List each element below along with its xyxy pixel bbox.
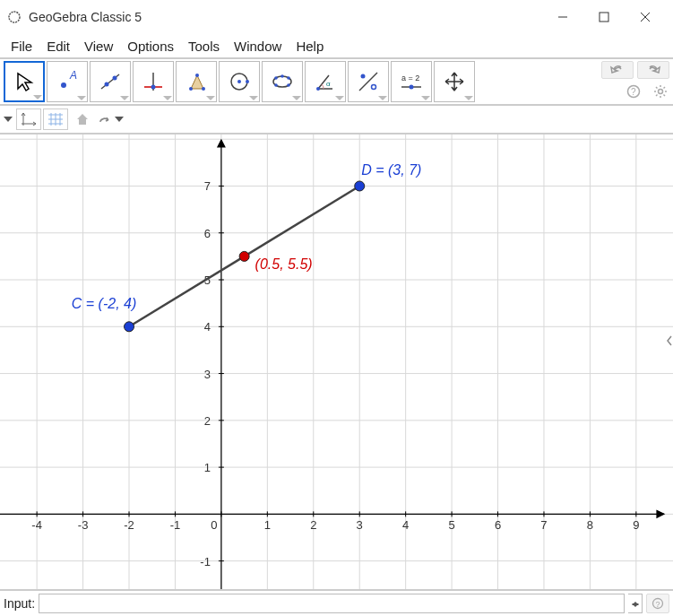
svg-point-0 [9, 12, 20, 22]
input-bar: Input: ? [0, 589, 673, 616]
circle-tool[interactable] [219, 61, 260, 102]
input-help-button[interactable]: ? [646, 594, 669, 613]
svg-text:α: α [326, 80, 331, 88]
move-graphics-tool[interactable] [434, 61, 475, 102]
graphics-view-toolbar [0, 106, 673, 134]
svg-point-23 [274, 83, 278, 87]
svg-point-14 [189, 87, 193, 91]
svg-text:3: 3 [357, 518, 363, 532]
svg-text:6: 6 [204, 227, 211, 240]
menu-window[interactable]: Window [227, 35, 289, 57]
menu-tools[interactable]: Tools [181, 35, 227, 57]
svg-text:-1: -1 [170, 518, 181, 532]
window-title: GeoGebra Classic 5 [29, 10, 542, 24]
point-label-C: C = (-2, 4) [72, 296, 136, 311]
svg-marker-13 [191, 75, 203, 89]
point-midpoint[interactable] [239, 251, 249, 261]
svg-point-18 [237, 80, 241, 83]
svg-text:6: 6 [495, 518, 501, 532]
svg-point-19 [246, 80, 249, 83]
svg-text:2: 2 [204, 414, 211, 428]
settings-gear-icon[interactable] [651, 82, 669, 100]
side-panel-toggle[interactable] [666, 327, 673, 354]
reflect-tool[interactable] [348, 61, 389, 102]
point-label-D: D = (3, 7) [361, 162, 421, 178]
menu-help[interactable]: Help [289, 35, 331, 57]
point-label-midpoint: (0.5, 5.5) [255, 256, 313, 272]
angle-tool[interactable]: α [305, 61, 346, 102]
svg-point-12 [151, 85, 156, 90]
minimize-button[interactable] [542, 4, 583, 30]
redo-button[interactable] [637, 61, 669, 79]
svg-point-9 [113, 76, 117, 81]
help-icon[interactable]: ? [625, 82, 643, 100]
svg-line-7 [101, 74, 119, 89]
svg-point-21 [274, 76, 278, 80]
svg-point-8 [105, 82, 109, 87]
svg-text:?: ? [631, 87, 636, 97]
move-pointer-tool[interactable] [4, 61, 45, 102]
menu-options[interactable]: Options [120, 35, 181, 57]
grid-toggle-icon[interactable] [43, 108, 68, 130]
svg-text:7: 7 [204, 179, 211, 193]
svg-text:9: 9 [633, 518, 639, 532]
svg-text:4: 4 [402, 518, 409, 532]
svg-line-58 [106, 120, 108, 121]
svg-line-42 [664, 95, 666, 97]
menubar: File Edit View Options Tools Window Help [0, 34, 673, 59]
point-style-icon[interactable] [97, 110, 115, 128]
input-label: Input: [4, 596, 35, 611]
input-history-dropdown[interactable] [628, 594, 643, 613]
home-icon[interactable] [73, 110, 91, 128]
view-dropdown-icon[interactable] [4, 117, 13, 122]
undo-button[interactable] [601, 61, 634, 79]
coordinate-plane[interactable]: -4-3-2-10123456789-11234567C = (-2, 4)(0… [0, 134, 673, 589]
slider-tool[interactable]: a = 2 [391, 61, 432, 102]
point-tool[interactable]: A [47, 61, 88, 102]
conic-tool[interactable] [262, 61, 303, 102]
svg-point-33 [410, 85, 414, 90]
close-button[interactable] [625, 4, 666, 30]
svg-text:A: A [69, 69, 77, 82]
maximize-button[interactable] [583, 4, 625, 30]
svg-text:a = 2: a = 2 [401, 74, 419, 82]
svg-text:?: ? [656, 600, 660, 609]
window-titlebar: GeoGebra Classic 5 [0, 0, 673, 34]
svg-point-5 [61, 82, 66, 88]
svg-line-43 [656, 95, 658, 97]
perpendicular-tool[interactable] [133, 61, 174, 102]
main-toolbar: A α a = 2 ? [0, 59, 673, 106]
menu-view[interactable]: View [77, 35, 120, 57]
svg-point-16 [195, 74, 199, 77]
svg-point-30 [372, 85, 376, 90]
svg-point-15 [202, 87, 205, 91]
svg-point-22 [287, 76, 290, 80]
svg-point-25 [280, 74, 284, 78]
svg-text:1: 1 [204, 461, 211, 474]
svg-text:1: 1 [264, 518, 271, 532]
app-icon [7, 10, 22, 24]
svg-text:0: 0 [211, 518, 217, 532]
svg-text:2: 2 [310, 518, 316, 532]
svg-text:3: 3 [204, 368, 211, 381]
svg-text:-2: -2 [124, 518, 134, 532]
point-style-dropdown-icon[interactable] [115, 117, 124, 122]
svg-rect-2 [600, 13, 608, 22]
menu-file[interactable]: File [4, 35, 39, 57]
graphics-view[interactable]: -4-3-2-10123456789-11234567C = (-2, 4)(0… [0, 134, 673, 589]
point-D[interactable] [355, 181, 365, 191]
svg-text:8: 8 [587, 518, 593, 532]
svg-text:-4: -4 [31, 518, 42, 532]
svg-text:4: 4 [204, 320, 211, 334]
svg-line-44 [664, 87, 666, 89]
line-tool[interactable] [90, 61, 131, 102]
svg-point-26 [316, 87, 320, 91]
axes-toggle-icon[interactable] [16, 108, 41, 130]
svg-point-36 [659, 90, 663, 94]
polygon-tool[interactable] [176, 61, 217, 102]
menu-edit[interactable]: Edit [39, 35, 77, 57]
point-C[interactable] [125, 322, 134, 332]
svg-line-41 [656, 87, 658, 89]
svg-text:-1: -1 [200, 555, 211, 568]
input-field[interactable] [39, 594, 625, 613]
